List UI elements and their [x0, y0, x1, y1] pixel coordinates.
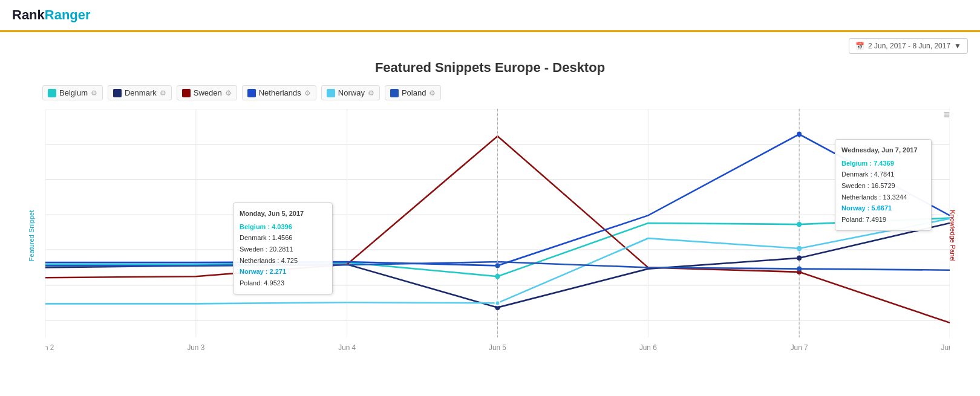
top-bar: 📅 2 Jun, 2017 - 8 Jun, 2017 ▼ — [0, 32, 980, 60]
svg-text:Jun 3: Jun 3 — [187, 343, 204, 352]
legend-label-sweden: Sweden — [194, 88, 222, 97]
y-axis-right-label: Knowledge Panel — [949, 210, 956, 262]
legend-gear-poland[interactable]: ⚙ — [429, 89, 436, 97]
legend-color-poland — [390, 89, 399, 97]
legend-color-norway — [327, 89, 335, 97]
legend-label-norway: Norway — [338, 88, 365, 97]
legend-gear-denmark[interactable]: ⚙ — [160, 89, 166, 97]
svg-text:Jun 5: Jun 5 — [489, 343, 506, 352]
calendar-icon: 📅 — [855, 42, 864, 50]
legend: Belgium ⚙ Denmark ⚙ Sweden ⚙ Netherlands… — [12, 85, 968, 100]
legend-gear-norway[interactable]: ⚙ — [368, 89, 374, 97]
legend-color-netherlands — [247, 89, 256, 97]
chart-title: Featured Snippets Europe - Desktop — [12, 60, 968, 76]
legend-item-poland[interactable]: Poland ⚙ — [385, 85, 441, 100]
legend-gear-belgium[interactable]: ⚙ — [91, 89, 97, 97]
y-axis-left-label: Featured Snippet — [28, 210, 35, 261]
logo: RankRanger — [12, 7, 91, 22]
chart-svg: 0 2.5 5 7.5 10 12.5 15 16 17 18 19 20 21… — [45, 109, 950, 363]
svg-point-41 — [797, 256, 802, 261]
svg-text:Jun 2: Jun 2 — [45, 343, 54, 352]
svg-text:Jun 8: Jun 8 — [941, 343, 950, 352]
svg-point-36 — [495, 274, 500, 279]
date-range-label: 2 Jun, 2017 - 8 Jun, 2017 — [868, 42, 950, 50]
header: RankRanger — [0, 0, 980, 32]
chart-container: Featured Snippets Europe - Desktop Belgi… — [0, 60, 980, 375]
svg-text:Jun 4: Jun 4 — [338, 343, 356, 352]
legend-item-sweden[interactable]: Sweden ⚙ — [177, 85, 237, 100]
legend-item-belgium[interactable]: Belgium ⚙ — [42, 85, 103, 100]
legend-item-netherlands[interactable]: Netherlands ⚙ — [242, 85, 316, 100]
legend-label-denmark: Denmark — [125, 88, 157, 97]
legend-gear-sweden[interactable]: ⚙ — [225, 89, 232, 97]
date-range-picker[interactable]: 📅 2 Jun, 2017 - 8 Jun, 2017 ▼ — [849, 38, 968, 54]
svg-text:Jun 6: Jun 6 — [639, 343, 657, 352]
svg-point-45 — [797, 266, 802, 271]
svg-point-43 — [797, 132, 802, 137]
legend-color-sweden — [182, 89, 191, 97]
legend-label-belgium: Belgium — [59, 88, 88, 97]
chart-area: ≡ 0 — [45, 109, 950, 363]
svg-point-40 — [797, 222, 802, 227]
legend-item-norway[interactable]: Norway ⚙ — [321, 85, 380, 100]
legend-label-netherlands: Netherlands — [259, 88, 301, 97]
svg-point-39 — [495, 300, 500, 305]
legend-gear-netherlands[interactable]: ⚙ — [304, 89, 311, 97]
legend-color-belgium — [48, 89, 56, 97]
svg-text:Jun 7: Jun 7 — [791, 343, 808, 352]
logo-rank: Rank — [12, 7, 45, 22]
hamburger-icon[interactable]: ≡ — [943, 109, 950, 122]
legend-label-poland: Poland — [402, 88, 426, 97]
dropdown-arrow: ▼ — [954, 42, 961, 50]
logo-ranger: Ranger — [45, 7, 91, 22]
svg-point-44 — [797, 246, 802, 251]
svg-point-38 — [495, 263, 500, 268]
legend-item-denmark[interactable]: Denmark ⚙ — [108, 85, 172, 100]
legend-color-denmark — [113, 89, 122, 97]
